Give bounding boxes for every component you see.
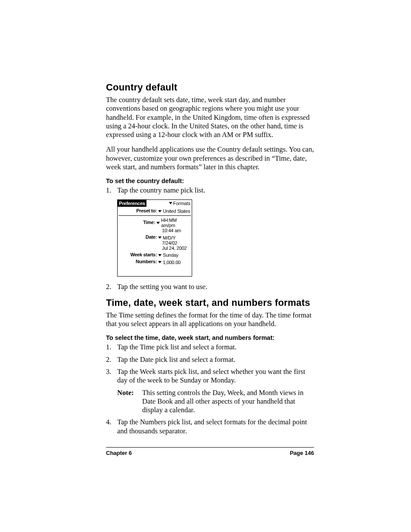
dropdown-triangle-icon xyxy=(158,261,162,263)
step-item: Tap the setting you want to use. xyxy=(106,283,315,291)
step-item: Tap the Week starts pick list, and selec… xyxy=(106,367,315,414)
screenshot-category-label: Formats xyxy=(173,201,190,206)
document-page: Country default The country default sets… xyxy=(0,0,411,532)
dropdown-triangle-icon xyxy=(158,236,162,239)
date-value: M/D/Y xyxy=(163,235,176,240)
numbers-picklist[interactable]: 1,000.00 xyxy=(158,260,181,265)
week-starts-label: Week starts: xyxy=(119,252,158,257)
screenshot-app-title: Preferences xyxy=(118,200,146,207)
preset-to-picklist[interactable]: United States xyxy=(158,208,190,214)
date-row: Date: M/D/Y xyxy=(118,234,192,240)
step-item: Tap the Time pick list and select a form… xyxy=(106,343,315,352)
heading-formats: Time, date, week start, and numbers form… xyxy=(106,297,315,308)
preset-to-row: Preset to: United States xyxy=(118,208,192,214)
time-label: Time: xyxy=(119,220,156,225)
date-picklist[interactable]: M/D/Y xyxy=(158,235,176,240)
week-starts-row: Week starts: Sunday xyxy=(118,252,192,258)
dropdown-triangle-icon xyxy=(156,222,160,224)
divider xyxy=(118,215,191,216)
step-item: Tap the country name pick list. xyxy=(106,186,315,195)
week-starts-value: Sunday xyxy=(163,252,178,258)
step-item: Tap the Numbers pick list, and select fo… xyxy=(106,418,315,436)
preset-to-label: Preset to: xyxy=(119,208,158,213)
footer-rule xyxy=(106,447,314,448)
numbers-row: Numbers: 1,000.00 xyxy=(118,259,192,265)
procedure-steps: Tap the country name pick list. xyxy=(106,186,315,195)
time-row: Time: HH:MM am/pm xyxy=(118,218,192,228)
date-label: Date: xyxy=(119,234,158,240)
paragraph: The Time setting defines the format for … xyxy=(106,311,315,329)
time-value: HH:MM am/pm xyxy=(161,218,190,228)
step-text: Tap the Week starts pick list, and selec… xyxy=(117,367,305,384)
footer-page-number: Page 146 xyxy=(290,450,314,456)
procedure-steps-continued: Tap the setting you want to use. xyxy=(106,283,315,291)
preset-to-value: United States xyxy=(163,208,190,214)
dropdown-triangle-icon xyxy=(158,210,162,212)
week-starts-picklist[interactable]: Sunday xyxy=(158,252,178,258)
dropdown-triangle-icon xyxy=(169,202,172,204)
page-footer: Chapter 6 Page 146 xyxy=(106,450,314,456)
step-item: Tap the Date pick list and select a form… xyxy=(106,355,315,364)
paragraph: All your handheld applications use the C… xyxy=(106,145,315,171)
numbers-label: Numbers: xyxy=(119,259,158,264)
time-example: 10:44 am xyxy=(162,228,192,233)
numbers-value: 1,000.00 xyxy=(163,260,181,265)
date-example-1: 7/24/02 xyxy=(162,240,192,246)
note-label: Note: xyxy=(117,389,142,415)
note-text: This setting controls the Day, Week, and… xyxy=(142,389,315,415)
screenshot-category-picklist[interactable]: Formats xyxy=(169,201,192,206)
dropdown-triangle-icon xyxy=(158,254,162,256)
screenshot-titlebar: Preferences Formats xyxy=(118,200,192,207)
procedure-heading: To select the time, date, week start, an… xyxy=(106,334,315,341)
heading-country-default: Country default xyxy=(106,82,315,93)
footer-chapter: Chapter 6 xyxy=(106,450,132,456)
time-picklist[interactable]: HH:MM am/pm xyxy=(156,218,190,228)
preferences-screenshot: Preferences Formats Preset to: United St… xyxy=(117,199,192,277)
procedure-steps: Tap the Time pick list and select a form… xyxy=(106,343,315,436)
date-example-2: Jul 24, 2002 xyxy=(162,246,192,251)
paragraph: The country default sets date, time, wee… xyxy=(106,96,315,139)
note: Note: This setting controls the Day, Wee… xyxy=(117,389,315,415)
procedure-heading: To set the country default: xyxy=(106,177,315,184)
